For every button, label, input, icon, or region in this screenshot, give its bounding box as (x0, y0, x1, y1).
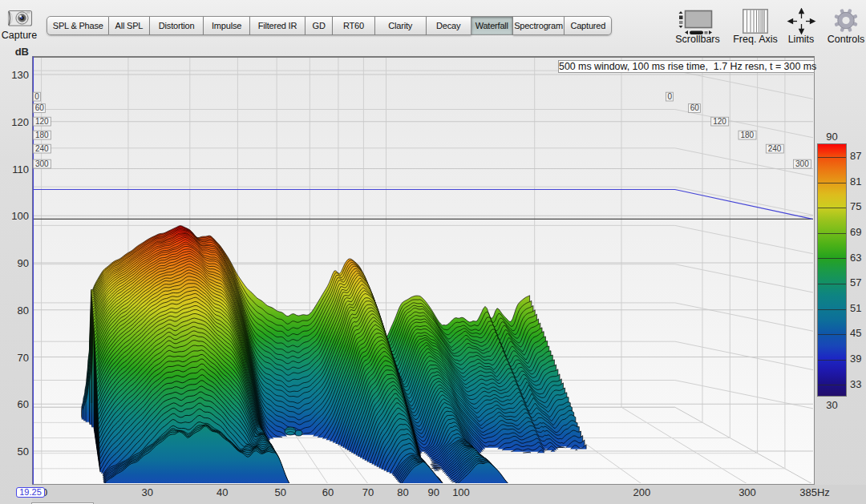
svg-text:300: 300 (35, 159, 49, 168)
svg-text:60: 60 (690, 103, 700, 112)
svg-text:180: 180 (740, 131, 754, 139)
svg-text:0: 0 (34, 92, 39, 101)
svg-text:120: 120 (713, 117, 726, 126)
svg-text:0: 0 (667, 92, 672, 101)
svg-text:180: 180 (35, 131, 49, 139)
svg-text:60: 60 (35, 103, 45, 112)
svg-text:300: 300 (795, 159, 809, 168)
svg-text:240: 240 (768, 144, 782, 153)
svg-text:240: 240 (35, 144, 49, 153)
svg-text:120: 120 (35, 117, 49, 126)
